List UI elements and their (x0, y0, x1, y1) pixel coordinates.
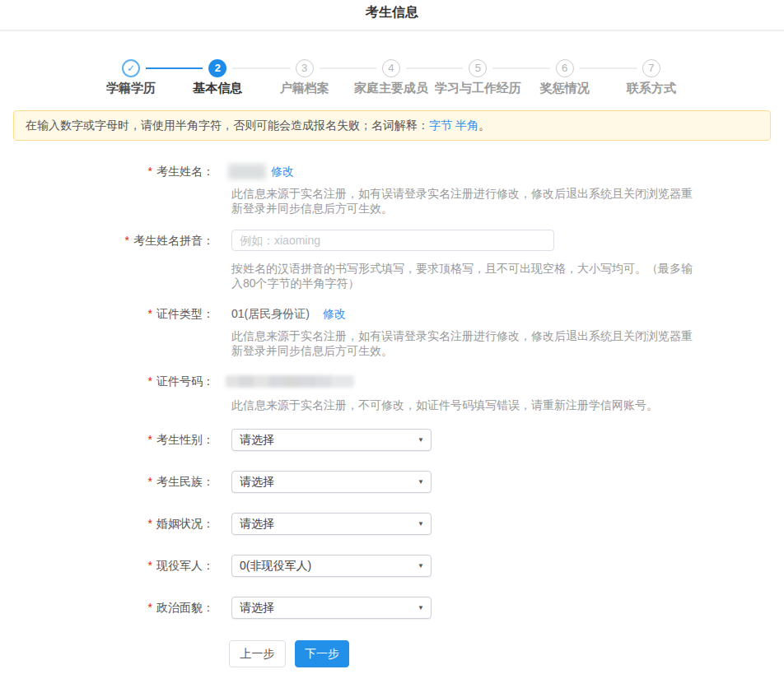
id-type-label: 证件类型 (156, 307, 203, 320)
row-military: *现役军人： 0(非现役军人)▼ (0, 555, 784, 577)
dropdown-arrow-icon: ▼ (418, 437, 424, 444)
step-connector (320, 67, 376, 69)
military-label: 现役军人 (156, 559, 203, 572)
id-type-help: 此信息来源于实名注册，如有误请登录实名注册进行修改，修改后退出系统且关闭浏览器重… (231, 328, 698, 358)
gender-label: 考生性别 (156, 433, 203, 446)
page-header: 考生信息 (0, 0, 784, 31)
step-connector (146, 67, 203, 69)
name-edit-link[interactable]: 修改 (271, 165, 294, 178)
step-connector (406, 67, 463, 69)
pinyin-input[interactable] (231, 230, 554, 251)
page-title: 考生信息 (0, 0, 784, 20)
pinyin-label: 考生姓名拼音 (133, 234, 203, 247)
step-3-circle: 3 (296, 59, 314, 77)
notice-text: 在输入数字或字母时，请使用半角字符，否则可能会造成报名失败；名词解释： (26, 119, 429, 132)
step-connector (492, 67, 549, 69)
military-select-value: 0(非现役军人) (240, 555, 311, 577)
form-actions: 上一步 下一步 (231, 640, 784, 667)
link-halfwidth[interactable]: 半角 (455, 119, 478, 132)
step-5-label: 学习与工作经历 (435, 81, 521, 96)
row-gender: *考生性别： 请选择▼ (0, 429, 784, 451)
gender-select-value: 请选择 (240, 429, 274, 451)
steps-wizard: ✓学籍学历2基本信息3户籍档案4家庭主要成员5学习与工作经历6奖惩情况7联系方式 (0, 31, 784, 97)
notice-banner: 在输入数字或字母时，请使用半角字符，否则可能会造成报名失败；名词解释：字节 半角… (13, 110, 771, 141)
required-mark: * (148, 433, 152, 446)
step-connector (580, 67, 637, 69)
marital-select-value: 请选择 (240, 513, 274, 535)
check-icon: ✓ (127, 63, 135, 74)
step-6-circle: 6 (556, 59, 574, 77)
political-select[interactable]: 请选择▼ (231, 597, 432, 619)
row-name: *考生姓名： 修改 此信息来源于实名注册，如有误请登录实名注册进行修改，修改后退… (0, 163, 784, 216)
id-number-value-masked (226, 375, 354, 388)
step-2-circle: 2 (208, 59, 226, 77)
dropdown-arrow-icon: ▼ (418, 479, 424, 486)
gender-select[interactable]: 请选择▼ (231, 429, 432, 451)
step-2-label: 基本信息 (193, 81, 242, 96)
required-mark: * (125, 234, 129, 247)
name-label: 考生姓名 (156, 165, 203, 178)
link-byte[interactable]: 字节 (429, 119, 452, 132)
step-5-circle: 5 (469, 59, 487, 77)
step-7-circle: 7 (642, 59, 660, 77)
dropdown-arrow-icon: ▼ (418, 563, 424, 569)
next-step-button[interactable]: 下一步 (295, 640, 349, 667)
step-1-label: 学籍学历 (106, 81, 156, 96)
step-4-label: 家庭主要成员 (354, 81, 428, 96)
step-1-circle: ✓ (122, 59, 140, 77)
ethnicity-select-value: 请选择 (240, 471, 274, 493)
row-marital: *婚姻状况： 请选择▼ (0, 513, 784, 535)
dropdown-arrow-icon: ▼ (418, 521, 424, 528)
required-mark: * (148, 165, 152, 178)
marital-select[interactable]: 请选择▼ (231, 513, 432, 535)
required-mark: * (148, 601, 152, 614)
row-id-number: *证件号码： 此信息来源于实名注册，不可修改，如证件号码填写错误，请重新注册学信… (0, 373, 784, 412)
pinyin-help: 按姓名的汉语拼音的书写形式填写，要求顶格写，且不可出现空格，大小写均可。（最多输… (231, 261, 698, 291)
prev-step-button[interactable]: 上一步 (229, 640, 286, 667)
marital-label: 婚姻状况 (156, 517, 203, 530)
row-pinyin: *考生姓名拼音： 按姓名的汉语拼音的书写形式填写，要求顶格写，且不可出现空格，大… (0, 230, 784, 291)
candidate-form: *考生姓名： 修改 此信息来源于实名注册，如有误请登录实名注册进行修改，修改后退… (0, 163, 784, 667)
id-number-help: 此信息来源于实名注册，不可修改，如证件号码填写错误，请重新注册学信网账号。 (231, 397, 698, 412)
name-help: 此信息来源于实名注册，如有误请登录实名注册进行修改，修改后退出系统且关闭浏览器重… (231, 186, 698, 216)
required-mark: * (148, 374, 152, 388)
id-number-label: 证件号码 (156, 374, 203, 388)
step-4-circle: 4 (382, 59, 400, 77)
step-7-label: 联系方式 (627, 81, 676, 96)
required-mark: * (148, 559, 152, 572)
required-mark: * (148, 475, 152, 488)
step-connector (232, 67, 289, 69)
row-ethnicity: *考生民族： 请选择▼ (0, 471, 784, 493)
military-select[interactable]: 0(非现役军人)▼ (231, 555, 432, 577)
required-mark: * (148, 307, 152, 320)
ethnicity-select[interactable]: 请选择▼ (231, 471, 432, 493)
notice-suffix: 。 (478, 119, 490, 132)
political-select-value: 请选择 (240, 597, 274, 619)
id-type-value: 01(居民身份证) (231, 307, 310, 320)
political-label: 政治面貌 (156, 601, 203, 614)
id-type-edit-link[interactable]: 修改 (323, 307, 346, 320)
name-value-masked (228, 164, 266, 179)
ethnicity-label: 考生民族 (156, 475, 203, 488)
row-id-type: *证件类型： 01(居民身份证)修改 此信息来源于实名注册，如有误请登录实名注册… (0, 305, 784, 358)
row-political: *政治面貌： 请选择▼ (0, 597, 784, 619)
step-3-label: 户籍档案 (280, 81, 329, 96)
required-mark: * (148, 517, 152, 530)
step-6-label: 奖惩情况 (540, 81, 590, 96)
dropdown-arrow-icon: ▼ (418, 605, 424, 611)
